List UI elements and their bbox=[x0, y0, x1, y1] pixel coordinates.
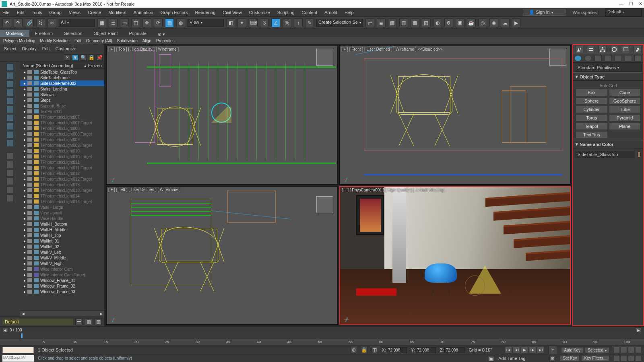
lights-category-icon[interactable] bbox=[594, 55, 602, 62]
ribbon-sub-geometry-all-[interactable]: Geometry (All) bbox=[86, 39, 112, 43]
render-prod-button[interactable]: ☕ bbox=[467, 19, 476, 27]
create-torus-button[interactable]: Torus bbox=[576, 114, 608, 121]
scene-item[interactable]: ●Wall-H_Middle bbox=[20, 227, 104, 232]
scene-item[interactable]: ●Wall-V_Middle bbox=[20, 255, 104, 261]
orbit-icon[interactable] bbox=[621, 355, 627, 362]
key-filters-button[interactable]: Key Filters... bbox=[581, 355, 609, 361]
time-next-button[interactable]: ► bbox=[636, 327, 642, 332]
ribbon-tab-modeling[interactable]: Modeling bbox=[0, 30, 29, 37]
autokey-button[interactable]: Auto Key bbox=[561, 347, 583, 353]
scene-item[interactable]: ●Stairwall bbox=[20, 92, 104, 97]
menu-civil-view[interactable]: Civil View bbox=[223, 10, 242, 15]
curve-editor-button[interactable]: ▦ bbox=[411, 19, 419, 27]
filter-button[interactable]: ▼ bbox=[72, 54, 78, 61]
visibility-icon[interactable] bbox=[27, 154, 32, 158]
viewport-top[interactable]: [ + ] [ Top ] [ High Quality ] [ Wirefra… bbox=[106, 46, 338, 185]
scene-item[interactable]: ●Vase - small bbox=[20, 210, 104, 216]
select-name-button[interactable]: ☰ bbox=[109, 19, 118, 27]
visibility-icon[interactable] bbox=[27, 250, 32, 254]
scene-item[interactable]: ●Steps bbox=[20, 97, 104, 103]
schematic-button[interactable]: ▧ bbox=[422, 19, 431, 27]
scene-item[interactable]: ●TPhotometricLight011 bbox=[20, 159, 104, 165]
visibility-icon[interactable] bbox=[27, 166, 32, 170]
play-button[interactable]: ▶ bbox=[521, 347, 528, 353]
visibility-icon[interactable] bbox=[27, 76, 32, 80]
create-pyramid-button[interactable]: Pyramid bbox=[609, 114, 641, 121]
filter-funnel-icon[interactable] bbox=[6, 186, 14, 193]
setkey-button[interactable]: Set Key bbox=[560, 355, 580, 361]
collapse-icon[interactable] bbox=[6, 195, 14, 202]
spinner-snap-button[interactable]: ↕ bbox=[294, 19, 303, 27]
scene-item[interactable]: ●TPhotometricLight013.Target bbox=[20, 187, 104, 193]
menu-edit[interactable]: Edit bbox=[17, 10, 25, 15]
ribbon-tab-object paint[interactable]: Object Paint bbox=[88, 30, 124, 37]
select-object-button[interactable]: ▦ bbox=[97, 19, 106, 27]
angle-snap-button[interactable]: ∠ bbox=[271, 19, 280, 27]
scene-item[interactable]: ●Window_Frame_02 bbox=[20, 283, 104, 289]
scene-item[interactable]: ●WallInt_02 bbox=[20, 244, 104, 249]
scene-item[interactable]: ●TPhotometricLight010.Target bbox=[20, 154, 104, 159]
scene-item[interactable]: ●TPhotometricLight014 bbox=[20, 193, 104, 199]
placement-button[interactable]: ◍ bbox=[176, 19, 185, 27]
layers-button[interactable]: ▤ bbox=[388, 19, 397, 27]
scene-hscroll[interactable]: ◄► bbox=[20, 310, 104, 317]
visibility-icon[interactable] bbox=[27, 273, 32, 277]
scene-item[interactable]: ●WallInt_01 bbox=[20, 238, 104, 244]
unlink-button[interactable]: ⛓ bbox=[36, 19, 45, 27]
zoom-all-icon[interactable] bbox=[621, 347, 627, 353]
scene-item[interactable]: ●Vase Handle bbox=[20, 216, 104, 221]
utilities-tab[interactable] bbox=[634, 46, 642, 53]
create-box-button[interactable]: Box bbox=[576, 89, 608, 96]
visibility-icon[interactable] bbox=[27, 109, 32, 113]
maximize-viewport-icon[interactable] bbox=[635, 355, 642, 362]
viewport-front-label[interactable]: [ + ] [ Front ] [ User Defined ] [ Wiref… bbox=[341, 47, 443, 51]
filter-light-icon[interactable] bbox=[6, 80, 14, 88]
menu-help[interactable]: Help bbox=[345, 10, 354, 15]
viewport-left-label[interactable]: [ + ] [ Left ] [ User Defined ] [ Wirefr… bbox=[108, 187, 181, 192]
undo-button[interactable]: ↶ bbox=[2, 19, 11, 27]
maximize-button[interactable]: ☐ bbox=[629, 1, 633, 6]
scene-item[interactable]: ●TPhotometricLight013 bbox=[20, 182, 104, 187]
viewport-camera-label[interactable]: [ + ] [ PhysCamera001 ] [ High Quality ]… bbox=[342, 188, 446, 192]
menu-animation[interactable]: Animation bbox=[134, 10, 153, 15]
ribbon-sub-modify-selection[interactable]: Modify Selection bbox=[40, 39, 70, 43]
cameras-category-icon[interactable] bbox=[605, 55, 612, 62]
prev-frame-button[interactable]: ◄I bbox=[513, 347, 520, 353]
window-crossing-button[interactable]: ◫ bbox=[131, 19, 140, 27]
ribbon-tab-selection[interactable]: Selection bbox=[58, 30, 88, 37]
geometry-category-icon[interactable] bbox=[574, 55, 582, 62]
visibility-icon[interactable] bbox=[27, 183, 32, 187]
pivot-button[interactable]: ◧ bbox=[226, 19, 235, 27]
ribbon-tab-freeform[interactable]: Freeform bbox=[29, 30, 59, 37]
visibility-icon[interactable] bbox=[27, 104, 32, 108]
name-color-rollout[interactable]: ▾Name and Color bbox=[573, 140, 643, 148]
visibility-icon[interactable] bbox=[27, 87, 32, 91]
zoom-extents-all-icon[interactable] bbox=[635, 347, 642, 353]
redo-button[interactable]: ↷ bbox=[14, 19, 23, 27]
visibility-icon[interactable] bbox=[27, 143, 32, 147]
link-button[interactable]: 🔗 bbox=[25, 19, 34, 27]
display-none-icon[interactable] bbox=[6, 152, 14, 160]
viewport-top-label[interactable]: [ + ] [ Top ] [ High Quality ] [ Wirefra… bbox=[108, 47, 179, 51]
workspaces-dropdown[interactable]: Default bbox=[605, 8, 642, 16]
menu-group[interactable]: Group bbox=[49, 10, 62, 15]
visibility-icon[interactable] bbox=[27, 228, 32, 232]
percent-snap-button[interactable]: % bbox=[283, 19, 291, 27]
keyboard-shortcut-button[interactable]: ⌨ bbox=[249, 19, 258, 27]
ribbon-expand-icon[interactable]: ⊙ ▾ bbox=[158, 32, 165, 37]
ribbon-sub-properties[interactable]: Properties bbox=[156, 39, 175, 43]
scene-item[interactable]: ●TPhotometricLight008 bbox=[20, 125, 104, 131]
lock-button[interactable]: 🔒 bbox=[88, 54, 95, 61]
key-target-dropdown[interactable]: Selected bbox=[585, 347, 609, 353]
coord-y-field[interactable] bbox=[416, 347, 436, 353]
viewport-front[interactable]: [ + ] [ Front ] [ User Defined ] [ Wiref… bbox=[339, 46, 571, 185]
scene-item[interactable]: ●TPhotometricLight010 bbox=[20, 148, 104, 154]
create-plane-button[interactable]: Plane bbox=[609, 123, 641, 130]
ribbon-sub-subdivision[interactable]: Subdivision bbox=[117, 39, 138, 43]
systems-category-icon[interactable] bbox=[634, 55, 642, 62]
scene-item[interactable]: ●TPhotometricLight012.Target bbox=[20, 176, 104, 182]
mirror-button[interactable]: ⇄ bbox=[365, 19, 374, 27]
visibility-icon[interactable] bbox=[27, 138, 32, 142]
lock-selection-button[interactable]: ⊕ bbox=[351, 347, 357, 353]
scene-tab-edit[interactable]: Edit bbox=[42, 46, 50, 51]
